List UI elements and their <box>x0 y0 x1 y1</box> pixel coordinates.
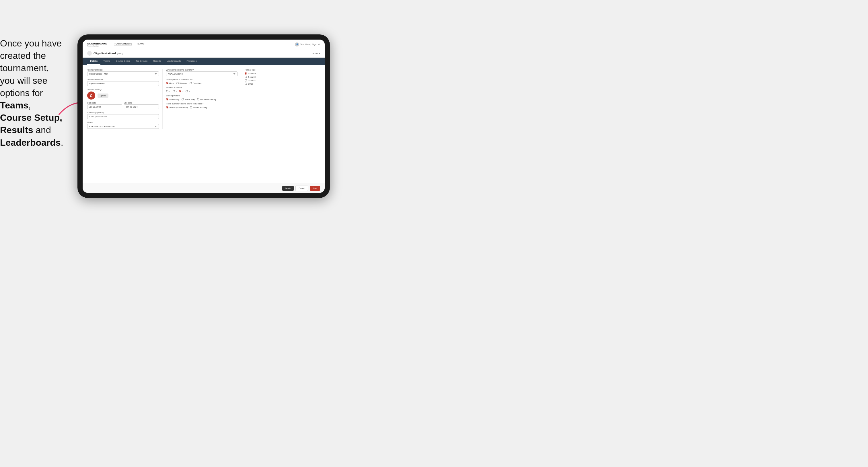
user-signout[interactable]: Test User | Sign out <box>300 43 320 45</box>
tournament-icon: C <box>87 51 92 56</box>
cancel-button[interactable]: Cancel <box>296 186 308 191</box>
rounds-3-radio[interactable] <box>179 90 181 92</box>
logo-text: SCOREBOARD <box>87 42 107 45</box>
rounds-1-label: 1 <box>169 90 170 92</box>
tab-teams[interactable]: Teams <box>100 58 113 65</box>
cancel-top-button[interactable]: Cancel X <box>311 52 320 55</box>
tab-leaderboards[interactable]: Leaderboards <box>164 58 184 65</box>
save-button[interactable]: Save <box>310 186 320 191</box>
rounds-4-label: 4 <box>189 90 190 92</box>
teams-radio[interactable] <box>166 106 168 108</box>
tab-bar: Details Teams Course Setup Tee Groups Re… <box>83 58 325 65</box>
format-type-label: Format type <box>245 69 320 71</box>
col-format-type: Format type 5 count 4 6 count 4 6 cou <box>245 69 320 129</box>
medal-match-radio[interactable] <box>197 98 199 100</box>
rounds-1-option[interactable]: 1 <box>166 90 170 92</box>
division-group: Which division is the event for? NCAA Di… <box>166 69 238 76</box>
delete-button[interactable]: Delete <box>282 186 294 191</box>
rounds-2-radio[interactable] <box>173 90 175 92</box>
logo-group: Tournament logo C Upload <box>87 88 159 99</box>
start-date-group: Start date <box>87 102 122 109</box>
rounds-4-option[interactable]: 4 <box>186 90 190 92</box>
team-individual-group: Is this event for Teams and/or Individua… <box>166 103 238 108</box>
individuals-radio[interactable] <box>190 106 192 108</box>
format-type-group: Format type 5 count 4 6 count 4 6 cou <box>245 69 320 85</box>
tablet-device: SCOREBOARD Powered by clippd TOURNAMENTS… <box>78 34 330 198</box>
match-play-option[interactable]: Match Play <box>182 98 195 100</box>
count6-4-radio[interactable] <box>245 76 247 78</box>
gender-radio-group: Mens Womens Combined <box>166 82 238 84</box>
teams-option[interactable]: Teams (+Individuals) <box>166 106 188 108</box>
team-individual-radio-group: Teams (+Individuals) Individuals Only <box>166 106 238 108</box>
gender-mens-option[interactable]: Mens <box>166 82 174 84</box>
tournament-title: Clippd Invitational <box>94 52 116 55</box>
end-date-input[interactable] <box>124 104 159 109</box>
gender-group: Which gender is the event for? Mens Wome… <box>166 79 238 84</box>
tab-tee-groups[interactable]: Tee Groups <box>133 58 150 65</box>
tab-details[interactable]: Details <box>87 58 100 65</box>
tab-course-setup[interactable]: Course Setup <box>113 58 133 65</box>
stroke-play-option[interactable]: Stroke Play <box>166 98 180 100</box>
tournament-gender: (Men) <box>117 52 123 55</box>
medal-match-option[interactable]: Medal Match Play <box>197 98 216 100</box>
host-select[interactable]: Clippd College - Men <box>87 71 159 76</box>
start-date-input[interactable] <box>87 104 122 109</box>
other-label: Other <box>248 83 253 85</box>
action-bar: Delete Cancel Save <box>83 184 325 193</box>
division-select[interactable]: NCAA Division III <box>166 71 238 76</box>
other-radio[interactable] <box>245 83 247 85</box>
scoring-label: Scoring system <box>166 95 238 97</box>
gender-combined-option[interactable]: Combined <box>190 82 202 84</box>
tab-printables[interactable]: Printables <box>184 58 199 65</box>
instruction-text: Once you have created the tournament, yo… <box>0 37 66 149</box>
rounds-2-option[interactable]: 2 <box>173 90 177 92</box>
rounds-2-label: 2 <box>176 90 177 92</box>
count5-4-option[interactable]: 5 count 4 <box>245 72 320 74</box>
user-area: 👤 Test User | Sign out <box>295 42 320 46</box>
count5-4-label: 5 count 4 <box>248 72 256 74</box>
stroke-play-radio[interactable] <box>166 98 168 100</box>
logo-preview: C <box>87 92 95 99</box>
individuals-option[interactable]: Individuals Only <box>190 106 207 108</box>
count6-5-option[interactable]: 6 count 5 <box>245 79 320 82</box>
gender-womens-option[interactable]: Womens <box>177 82 188 84</box>
name-input[interactable] <box>87 81 159 86</box>
name-label: Tournament name <box>87 79 159 81</box>
user-avatar: 👤 <box>295 42 299 46</box>
rounds-3-option[interactable]: 3 <box>179 90 183 92</box>
start-date-label: Start date <box>87 102 122 104</box>
individuals-label: Individuals Only <box>193 106 207 108</box>
rounds-label: Number of rounds <box>166 87 238 89</box>
sponsor-input[interactable] <box>87 114 159 119</box>
scoring-radio-group: Stroke Play Match Play Medal Match Play <box>166 98 238 100</box>
upload-button[interactable]: Upload <box>97 94 108 98</box>
venue-label: Venue <box>87 121 159 123</box>
gender-combined-radio[interactable] <box>190 82 192 84</box>
match-play-label: Match Play <box>185 98 195 100</box>
end-date-group: End date <box>124 102 159 109</box>
rounds-1-radio[interactable] <box>166 90 168 92</box>
count6-4-option[interactable]: 6 count 4 <box>245 76 320 78</box>
gender-mens-radio[interactable] <box>166 82 168 84</box>
venue-select[interactable]: Peachtree GC - Atlanta - GA <box>87 124 159 129</box>
name-group: Tournament name <box>87 79 159 86</box>
gender-womens-label: Womens <box>180 82 188 84</box>
count6-5-radio[interactable] <box>245 79 247 82</box>
nav-teams[interactable]: TEAMS <box>136 42 145 46</box>
host-group: Tournament Host Clippd College - Men <box>87 69 159 76</box>
rounds-4-radio[interactable] <box>186 90 188 92</box>
tab-results[interactable]: Results <box>150 58 164 65</box>
date-row: Start date End date <box>87 102 159 109</box>
count6-4-label: 6 count 4 <box>248 76 256 78</box>
other-option[interactable]: Other <box>245 83 320 85</box>
count5-4-radio[interactable] <box>245 72 247 74</box>
medal-match-label: Medal Match Play <box>200 98 216 100</box>
main-content: Tournament Host Clippd College - Men Tou… <box>83 65 325 184</box>
gender-womens-radio[interactable] <box>177 82 179 84</box>
scoring-group: Scoring system Stroke Play Match Play <box>166 95 238 100</box>
sponsor-label: Sponsor (optional) <box>87 112 159 114</box>
top-nav: SCOREBOARD Powered by clippd TOURNAMENTS… <box>83 39 325 49</box>
teams-label: Teams (+Individuals) <box>169 106 188 108</box>
nav-tournaments[interactable]: TOURNAMENTS <box>114 42 132 46</box>
match-play-radio[interactable] <box>182 98 184 100</box>
